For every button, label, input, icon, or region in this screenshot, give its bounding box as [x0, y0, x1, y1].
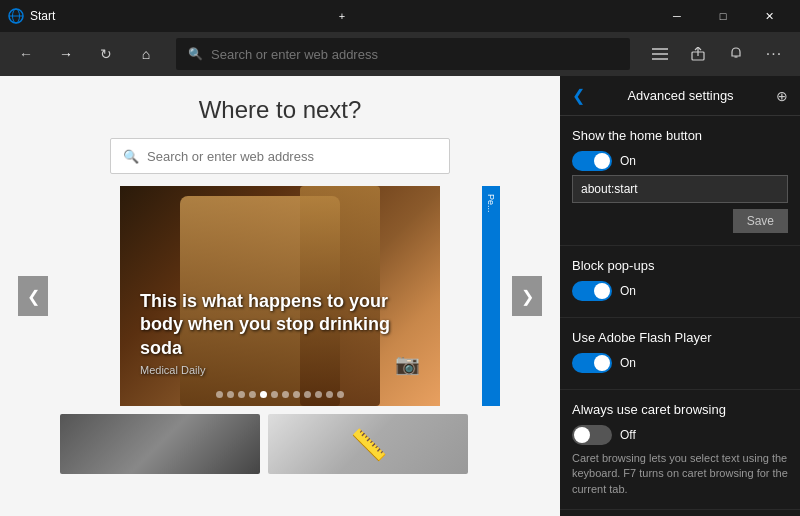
- persona-stripe[interactable]: Pe...: [482, 186, 500, 406]
- address-bar: 🔍: [176, 38, 630, 70]
- nav-bar: ← → ↻ ⌂ 🔍 ···: [0, 32, 800, 76]
- carousel-dot[interactable]: [304, 391, 311, 398]
- home-button-toggle[interactable]: [572, 151, 612, 171]
- carousel-dot[interactable]: [238, 391, 245, 398]
- camera-icon[interactable]: 📷: [395, 352, 420, 376]
- back-button[interactable]: ←: [8, 36, 44, 72]
- block-popups-section: Block pop-ups On: [560, 246, 800, 318]
- carousel-dots: [216, 391, 344, 398]
- block-popups-label: Block pop-ups: [572, 258, 788, 273]
- toggle-knob: [574, 427, 590, 443]
- carousel-dot[interactable]: [315, 391, 322, 398]
- hero-source: Medical Daily: [140, 364, 400, 376]
- carousel-dot[interactable]: [227, 391, 234, 398]
- settings-header: ❮ Advanced settings ⊕: [560, 76, 800, 116]
- close-button[interactable]: ✕: [746, 0, 792, 32]
- persona-label: Pe...: [486, 194, 496, 213]
- search-bar: 🔍: [110, 138, 450, 174]
- browser-content: Where to next? 🔍 ❮ This is what happens …: [0, 76, 560, 516]
- home-url-input[interactable]: [572, 175, 788, 203]
- carousel-prev-button[interactable]: ❮: [18, 276, 48, 316]
- settings-title: Advanced settings: [627, 88, 733, 103]
- block-popups-toggle-row: On: [572, 281, 788, 301]
- adobe-flash-toggle-label: On: [620, 356, 636, 370]
- new-tab-button[interactable]: +: [319, 0, 365, 32]
- home-button-toggle-label: On: [620, 154, 636, 168]
- settings-panel: ❮ Advanced settings ⊕ Show the home butt…: [560, 76, 800, 516]
- hero-carousel: This is what happens to your body when y…: [120, 186, 440, 406]
- hero-text-overlay: This is what happens to your body when y…: [140, 290, 400, 376]
- settings-back-button[interactable]: ❮: [572, 86, 585, 105]
- carousel-container: ❮ This is what happens to your body when…: [60, 186, 500, 406]
- carousel-dot[interactable]: [271, 391, 278, 398]
- search-icon: 🔍: [188, 47, 203, 61]
- tab-title: Start: [30, 9, 319, 23]
- save-button[interactable]: Save: [733, 209, 788, 233]
- carousel-dot[interactable]: [337, 391, 344, 398]
- carousel-dot-active[interactable]: [260, 391, 267, 398]
- height-chart-icon: 📏: [350, 427, 387, 462]
- caret-browsing-description: Caret browsing lets you select text usin…: [572, 451, 788, 497]
- address-input[interactable]: [211, 47, 618, 62]
- settings-pin-button[interactable]: ⊕: [776, 88, 788, 104]
- caret-browsing-section: Always use caret browsing Off Caret brow…: [560, 390, 800, 510]
- nav-actions: ···: [642, 36, 792, 72]
- search-header: Where to next? 🔍: [0, 76, 560, 186]
- title-bar: Start + ─ □ ✕: [0, 0, 800, 32]
- search-input[interactable]: [147, 149, 437, 164]
- search-title: Where to next?: [0, 96, 560, 124]
- thumbnail-item[interactable]: 📏: [268, 414, 468, 474]
- home-button-label: Show the home button: [572, 128, 788, 143]
- home-button-toggle-row: On: [572, 151, 788, 171]
- caret-browsing-label: Always use caret browsing: [572, 402, 788, 417]
- carousel-next-button[interactable]: ❯: [512, 276, 542, 316]
- search-icon: 🔍: [123, 149, 139, 164]
- adobe-flash-label: Use Adobe Flash Player: [572, 330, 788, 345]
- block-popups-toggle-label: On: [620, 284, 636, 298]
- forward-button[interactable]: →: [48, 36, 84, 72]
- main-area: Where to next? 🔍 ❮ This is what happens …: [0, 76, 800, 516]
- carousel-dot[interactable]: [293, 391, 300, 398]
- carousel-dot[interactable]: [326, 391, 333, 398]
- new-tab-page: Where to next? 🔍 ❮ This is what happens …: [0, 76, 560, 516]
- share-button[interactable]: [680, 36, 716, 72]
- maximize-button[interactable]: □: [700, 0, 746, 32]
- carousel-dot[interactable]: [216, 391, 223, 398]
- thumbnail-item[interactable]: [60, 414, 260, 474]
- carousel-dot[interactable]: [282, 391, 289, 398]
- block-popups-toggle[interactable]: [572, 281, 612, 301]
- refresh-button[interactable]: ↻: [88, 36, 124, 72]
- thumbnails-row: 📏: [0, 406, 560, 482]
- toggle-knob: [594, 355, 610, 371]
- caret-browsing-toggle-row: Off: [572, 425, 788, 445]
- adobe-flash-toggle-row: On: [572, 353, 788, 373]
- carousel-dot[interactable]: [249, 391, 256, 398]
- caret-browsing-toggle-label: Off: [620, 428, 636, 442]
- home-input-row: Save: [572, 175, 788, 233]
- adobe-flash-section: Use Adobe Flash Player On: [560, 318, 800, 390]
- minimize-button[interactable]: ─: [654, 0, 700, 32]
- browser-icon: [8, 8, 24, 24]
- more-button[interactable]: ···: [756, 36, 792, 72]
- home-button-section: Show the home button On Save: [560, 116, 800, 246]
- toggle-knob: [594, 153, 610, 169]
- adobe-flash-toggle[interactable]: [572, 353, 612, 373]
- hero-headline: This is what happens to your body when y…: [140, 290, 400, 360]
- caret-browsing-toggle[interactable]: [572, 425, 612, 445]
- toggle-knob: [594, 283, 610, 299]
- home-button[interactable]: ⌂: [128, 36, 164, 72]
- hub-button[interactable]: [642, 36, 678, 72]
- notifications-button[interactable]: [718, 36, 754, 72]
- privacy-section: Privacy and services Some features might…: [560, 510, 800, 516]
